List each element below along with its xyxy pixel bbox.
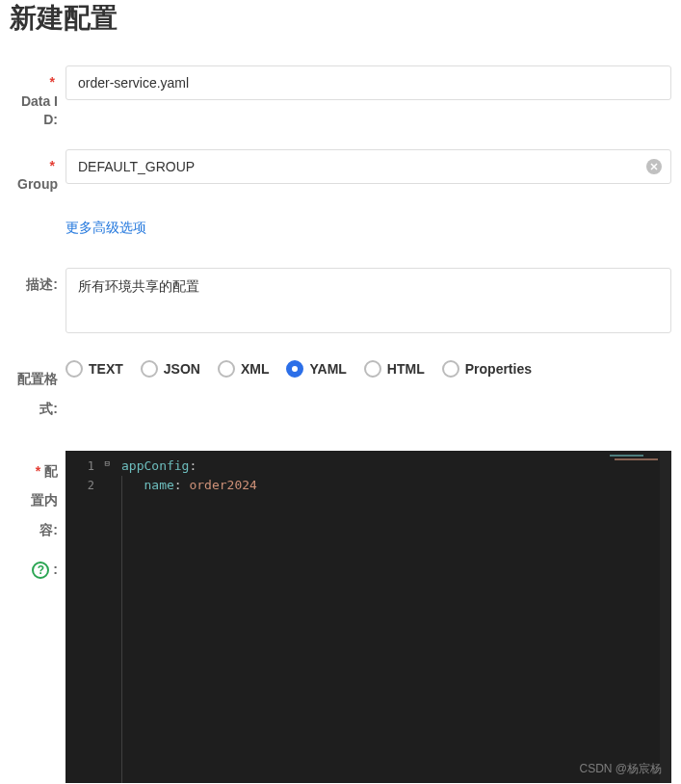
radio-label: TEXT [89,361,123,377]
radio-circle-icon [141,360,158,378]
label-content-1: 配 [44,463,58,479]
required-asterisk: * [36,463,40,479]
page-title: 新建配置 [10,0,671,37]
clear-icon[interactable] [646,159,662,174]
radio-json[interactable]: JSON [141,360,200,378]
radio-xml[interactable]: XML [218,360,270,378]
row-data-id: *Data ID: [10,65,671,130]
code-editor[interactable]: ⊟ 12 appConfig: name: order2024 CSDN @杨宸… [65,451,671,783]
code-line: name: order2024 [121,476,671,495]
watermark: CSDN @杨宸杨 [579,761,662,777]
radio-label: HTML [387,361,425,377]
label-content-3: 容: [10,515,58,545]
radio-properties[interactable]: Properties [442,360,532,378]
radio-circle-icon [442,360,459,378]
required-asterisk: * [50,158,55,173]
radio-html[interactable]: HTML [364,360,425,378]
description-input[interactable] [65,268,671,333]
radio-text[interactable]: TEXT [65,360,123,378]
label-description: 描述: [26,275,58,295]
editor-scrollbar[interactable] [660,451,671,783]
group-input[interactable] [65,149,671,184]
label-format: 配置格式: [10,364,58,424]
label-content-2: 置内 [10,485,58,515]
radio-yaml[interactable]: YAML [286,360,346,378]
radio-label: XML [241,361,270,377]
radio-circle-icon [364,360,381,378]
line-number: 2 [65,476,112,495]
row-group: *Group [10,149,671,195]
code-line: appConfig: [121,457,671,476]
radio-circle-icon [65,360,83,378]
row-description: 描述: [10,268,671,337]
radio-circle-icon [218,360,235,378]
row-content: * 配 置内 容: ? : ⊟ 12 appConfig: name: orde… [10,451,671,783]
label-group: Group [17,175,58,195]
label-data-id: Data ID: [10,92,58,130]
fold-icon[interactable]: ⊟ [105,458,110,468]
more-options-link[interactable]: 更多高级选项 [65,214,146,243]
help-icon[interactable]: ? [32,562,49,579]
row-format: 配置格式: TEXTJSONXMLYAMLHTMLProperties [10,356,671,424]
radio-label: JSON [164,361,200,377]
data-id-input[interactable] [65,65,671,100]
format-radio-group: TEXTJSONXMLYAMLHTMLProperties [65,356,671,378]
row-more-options: 更多高级选项 [10,214,671,243]
required-asterisk: * [50,74,55,90]
radio-label: YAML [309,361,346,377]
minimap [610,455,658,462]
radio-circle-icon [286,360,303,378]
radio-label: Properties [465,361,532,377]
